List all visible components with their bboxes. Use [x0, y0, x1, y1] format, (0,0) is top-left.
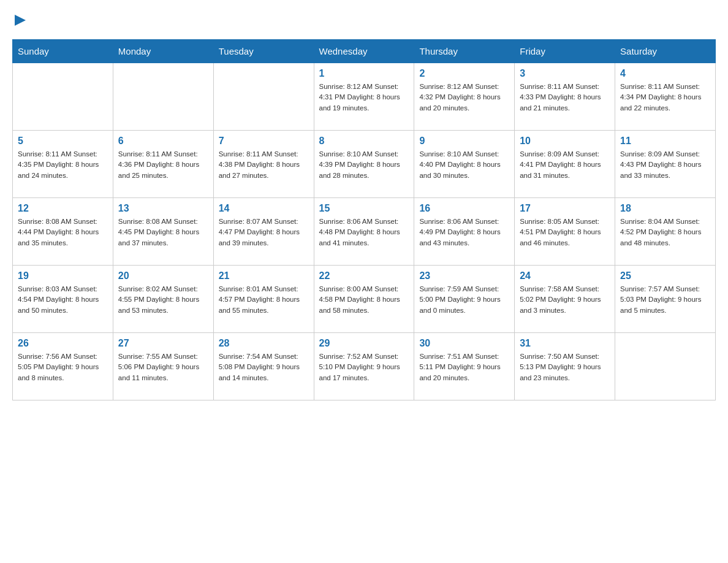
- calendar-cell: 19Sunrise: 8:03 AM Sunset: 4:54 PM Dayli…: [13, 266, 113, 333]
- calendar-cell: 14Sunrise: 8:07 AM Sunset: 4:47 PM Dayli…: [213, 198, 314, 266]
- day-number: 17: [520, 203, 610, 214]
- calendar-cell: 12Sunrise: 8:08 AM Sunset: 4:44 PM Dayli…: [13, 198, 113, 266]
- calendar-table: SundayMondayTuesdayWednesdayThursdayFrid…: [12, 39, 716, 400]
- calendar-cell: [13, 63, 113, 131]
- calendar-cell: 1Sunrise: 8:12 AM Sunset: 4:31 PM Daylig…: [314, 63, 414, 131]
- day-number: 11: [620, 136, 710, 147]
- weekday-header-tuesday: Tuesday: [213, 40, 314, 63]
- week-row-3: 12Sunrise: 8:08 AM Sunset: 4:44 PM Dayli…: [13, 198, 716, 266]
- day-number: 19: [18, 270, 108, 282]
- calendar-cell: [213, 63, 314, 131]
- day-number: 30: [419, 338, 509, 349]
- day-number: 21: [219, 270, 309, 282]
- day-info: Sunrise: 8:11 AM Sunset: 4:35 PM Dayligh…: [18, 149, 108, 181]
- day-number: 12: [18, 203, 108, 214]
- day-info: Sunrise: 7:52 AM Sunset: 5:10 PM Dayligh…: [319, 351, 409, 383]
- day-info: Sunrise: 8:11 AM Sunset: 4:36 PM Dayligh…: [118, 149, 208, 181]
- day-info: Sunrise: 8:12 AM Sunset: 4:32 PM Dayligh…: [419, 82, 509, 113]
- calendar-cell: 29Sunrise: 7:52 AM Sunset: 5:10 PM Dayli…: [314, 333, 414, 400]
- day-number: 8: [319, 136, 409, 147]
- calendar-cell: 18Sunrise: 8:04 AM Sunset: 4:52 PM Dayli…: [615, 198, 716, 266]
- day-info: Sunrise: 8:06 AM Sunset: 4:48 PM Dayligh…: [319, 216, 409, 248]
- day-info: Sunrise: 8:12 AM Sunset: 4:31 PM Dayligh…: [319, 82, 409, 113]
- calendar-cell: 21Sunrise: 8:01 AM Sunset: 4:57 PM Dayli…: [213, 266, 314, 333]
- day-number: 20: [118, 270, 208, 282]
- day-info: Sunrise: 8:06 AM Sunset: 4:49 PM Dayligh…: [419, 216, 509, 248]
- day-number: 26: [18, 338, 108, 349]
- day-number: 29: [319, 338, 409, 349]
- day-number: 23: [419, 270, 509, 282]
- day-number: 6: [118, 136, 208, 147]
- day-number: 13: [118, 203, 208, 214]
- calendar-cell: 5Sunrise: 8:11 AM Sunset: 4:35 PM Daylig…: [13, 131, 113, 198]
- day-info: Sunrise: 8:04 AM Sunset: 4:52 PM Dayligh…: [620, 216, 710, 248]
- weekday-header-sunday: Sunday: [13, 40, 113, 63]
- week-row-2: 5Sunrise: 8:11 AM Sunset: 4:35 PM Daylig…: [13, 131, 716, 198]
- day-info: Sunrise: 7:51 AM Sunset: 5:11 PM Dayligh…: [419, 351, 509, 383]
- calendar-cell: 28Sunrise: 7:54 AM Sunset: 5:08 PM Dayli…: [213, 333, 314, 400]
- day-number: 15: [319, 203, 409, 214]
- calendar-cell: 6Sunrise: 8:11 AM Sunset: 4:36 PM Daylig…: [113, 131, 213, 198]
- day-info: Sunrise: 7:59 AM Sunset: 5:00 PM Dayligh…: [419, 284, 509, 316]
- day-number: 24: [520, 270, 610, 282]
- day-number: 1: [319, 68, 409, 79]
- calendar-cell: [113, 63, 213, 131]
- svg-marker-0: [15, 15, 26, 26]
- day-info: Sunrise: 8:05 AM Sunset: 4:51 PM Dayligh…: [520, 216, 610, 248]
- day-number: 16: [419, 203, 509, 214]
- day-info: Sunrise: 8:03 AM Sunset: 4:54 PM Dayligh…: [18, 284, 108, 316]
- day-info: Sunrise: 8:11 AM Sunset: 4:38 PM Dayligh…: [219, 149, 309, 181]
- day-number: 14: [219, 203, 309, 214]
- day-info: Sunrise: 8:00 AM Sunset: 4:58 PM Dayligh…: [319, 284, 409, 316]
- calendar-cell: 27Sunrise: 7:55 AM Sunset: 5:06 PM Dayli…: [113, 333, 213, 400]
- day-number: 22: [319, 270, 409, 282]
- calendar-cell: 23Sunrise: 7:59 AM Sunset: 5:00 PM Dayli…: [414, 266, 515, 333]
- day-number: 18: [620, 203, 710, 214]
- calendar-cell: 25Sunrise: 7:57 AM Sunset: 5:03 PM Dayli…: [615, 266, 716, 333]
- weekday-header-friday: Friday: [515, 40, 615, 63]
- day-number: 28: [219, 338, 309, 349]
- calendar-cell: 4Sunrise: 8:11 AM Sunset: 4:34 PM Daylig…: [615, 63, 716, 131]
- day-number: 10: [520, 136, 610, 147]
- calendar-cell: [615, 333, 716, 400]
- calendar-cell: 15Sunrise: 8:06 AM Sunset: 4:48 PM Dayli…: [314, 198, 414, 266]
- calendar-cell: 10Sunrise: 8:09 AM Sunset: 4:41 PM Dayli…: [515, 131, 615, 198]
- day-number: 9: [419, 136, 509, 147]
- calendar-cell: 30Sunrise: 7:51 AM Sunset: 5:11 PM Dayli…: [414, 333, 515, 400]
- calendar-cell: 9Sunrise: 8:10 AM Sunset: 4:40 PM Daylig…: [414, 131, 515, 198]
- calendar-cell: 13Sunrise: 8:08 AM Sunset: 4:45 PM Dayli…: [113, 198, 213, 266]
- calendar-cell: 11Sunrise: 8:09 AM Sunset: 4:43 PM Dayli…: [615, 131, 716, 198]
- day-number: 27: [118, 338, 208, 349]
- calendar-cell: 16Sunrise: 8:06 AM Sunset: 4:49 PM Dayli…: [414, 198, 515, 266]
- calendar-cell: 24Sunrise: 7:58 AM Sunset: 5:02 PM Dayli…: [515, 266, 615, 333]
- week-row-1: 1Sunrise: 8:12 AM Sunset: 4:31 PM Daylig…: [13, 63, 716, 131]
- calendar-cell: 20Sunrise: 8:02 AM Sunset: 4:55 PM Dayli…: [113, 266, 213, 333]
- weekday-header-row: SundayMondayTuesdayWednesdayThursdayFrid…: [13, 40, 716, 63]
- day-info: Sunrise: 8:10 AM Sunset: 4:39 PM Dayligh…: [319, 149, 409, 181]
- calendar-cell: 22Sunrise: 8:00 AM Sunset: 4:58 PM Dayli…: [314, 266, 414, 333]
- day-info: Sunrise: 8:09 AM Sunset: 4:41 PM Dayligh…: [520, 149, 610, 181]
- day-number: 2: [419, 68, 509, 79]
- calendar-header: SundayMondayTuesdayWednesdayThursdayFrid…: [13, 40, 716, 63]
- calendar-cell: 26Sunrise: 7:56 AM Sunset: 5:05 PM Dayli…: [13, 333, 113, 400]
- weekday-header-thursday: Thursday: [414, 40, 515, 63]
- week-row-4: 19Sunrise: 8:03 AM Sunset: 4:54 PM Dayli…: [13, 266, 716, 333]
- day-info: Sunrise: 8:07 AM Sunset: 4:47 PM Dayligh…: [219, 216, 309, 248]
- day-number: 5: [18, 136, 108, 147]
- day-info: Sunrise: 7:58 AM Sunset: 5:02 PM Dayligh…: [520, 284, 610, 316]
- day-number: 3: [520, 68, 610, 79]
- day-info: Sunrise: 8:09 AM Sunset: 4:43 PM Dayligh…: [620, 149, 710, 181]
- day-number: 31: [520, 338, 610, 349]
- weekday-header-saturday: Saturday: [615, 40, 716, 63]
- day-info: Sunrise: 8:02 AM Sunset: 4:55 PM Dayligh…: [118, 284, 208, 316]
- day-number: 25: [620, 270, 710, 282]
- weekday-header-monday: Monday: [113, 40, 213, 63]
- calendar-cell: 3Sunrise: 8:11 AM Sunset: 4:33 PM Daylig…: [515, 63, 615, 131]
- day-info: Sunrise: 8:11 AM Sunset: 4:34 PM Dayligh…: [620, 82, 710, 113]
- day-info: Sunrise: 8:01 AM Sunset: 4:57 PM Dayligh…: [219, 284, 309, 316]
- weekday-header-wednesday: Wednesday: [314, 40, 414, 63]
- day-info: Sunrise: 7:56 AM Sunset: 5:05 PM Dayligh…: [18, 351, 108, 383]
- calendar-cell: 7Sunrise: 8:11 AM Sunset: 4:38 PM Daylig…: [213, 131, 314, 198]
- day-info: Sunrise: 8:10 AM Sunset: 4:40 PM Dayligh…: [419, 149, 509, 181]
- day-info: Sunrise: 8:08 AM Sunset: 4:44 PM Dayligh…: [18, 216, 108, 248]
